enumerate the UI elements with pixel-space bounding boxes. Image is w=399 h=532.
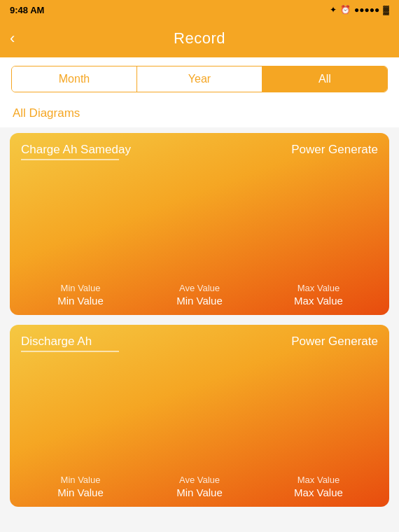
footer-value-max-discharge: Max Value — [294, 486, 343, 498]
footer-col-ave-charge: Ave Value Min Value — [140, 283, 259, 307]
section-label-text: All Diagrams — [13, 106, 80, 120]
footer-col-min-charge: Min Value Min Value — [21, 283, 140, 307]
diagram-card-charge: Charge Ah Sameday Power Generate Min Val… — [10, 133, 389, 315]
card-header-charge: Charge Ah Sameday Power Generate — [21, 143, 378, 160]
status-time: 9:48 AM — [10, 5, 44, 15]
footer-value-min-discharge: Min Value — [57, 486, 104, 498]
footer-value-ave-discharge: Min Value — [176, 486, 223, 498]
back-button[interactable]: ‹ — [10, 29, 15, 48]
footer-label-ave-charge: Ave Value — [179, 283, 220, 293]
footer-label-min-charge: Min Value — [61, 283, 101, 293]
page-title: Record — [174, 29, 225, 48]
footer-value-ave-charge: Min Value — [176, 295, 223, 307]
battery-icon: ▓ — [383, 5, 389, 15]
bluetooth-icon: ✦ — [330, 5, 337, 15]
footer-value-min-charge: Min Value — [57, 295, 104, 307]
footer-col-max-charge: Max Value Max Value — [259, 283, 378, 307]
footer-col-min-discharge: Min Value Min Value — [21, 475, 140, 498]
header: ‹ Record — [0, 20, 399, 57]
card-body-discharge — [21, 352, 378, 468]
status-icons: ✦ ⏰ ●●●●● ▓ — [330, 5, 389, 15]
content-scroll: Charge Ah Sameday Power Generate Min Val… — [0, 127, 399, 532]
footer-col-ave-discharge: Ave Value Min Value — [140, 475, 259, 498]
card-header-discharge: Discharge Ah Power Generate — [21, 335, 378, 352]
tab-month[interactable]: Month — [12, 66, 137, 92]
card-footer-charge: Min Value Min Value Ave Value Min Value … — [21, 283, 378, 307]
alarm-icon: ⏰ — [340, 5, 351, 15]
signal-icon: ●●●●● — [354, 5, 379, 15]
footer-label-min-discharge: Min Value — [61, 475, 101, 485]
diagram-card-discharge: Discharge Ah Power Generate Min Value Mi… — [10, 325, 389, 507]
footer-label-max-discharge: Max Value — [298, 475, 340, 485]
card-title-charge: Charge Ah Sameday — [21, 143, 131, 156]
footer-col-max-discharge: Max Value Max Value — [259, 475, 378, 498]
section-label-container: All Diagrams — [0, 101, 399, 127]
tab-year[interactable]: Year — [137, 66, 262, 92]
tab-group: Month Year All — [11, 66, 388, 92]
card-footer-discharge: Min Value Min Value Ave Value Min Value … — [21, 475, 378, 498]
card-title-discharge: Discharge Ah — [21, 335, 92, 348]
tab-bar: Month Year All — [0, 57, 399, 101]
tab-all[interactable]: All — [262, 66, 387, 92]
footer-value-max-charge: Max Value — [294, 295, 343, 307]
footer-label-max-charge: Max Value — [298, 283, 340, 293]
card-subtitle-discharge: Power Generate — [291, 335, 378, 349]
card-body-charge — [21, 160, 378, 276]
footer-label-ave-discharge: Ave Value — [179, 475, 220, 485]
status-bar: 9:48 AM ✦ ⏰ ●●●●● ▓ — [0, 0, 399, 20]
card-subtitle-charge: Power Generate — [291, 143, 378, 157]
